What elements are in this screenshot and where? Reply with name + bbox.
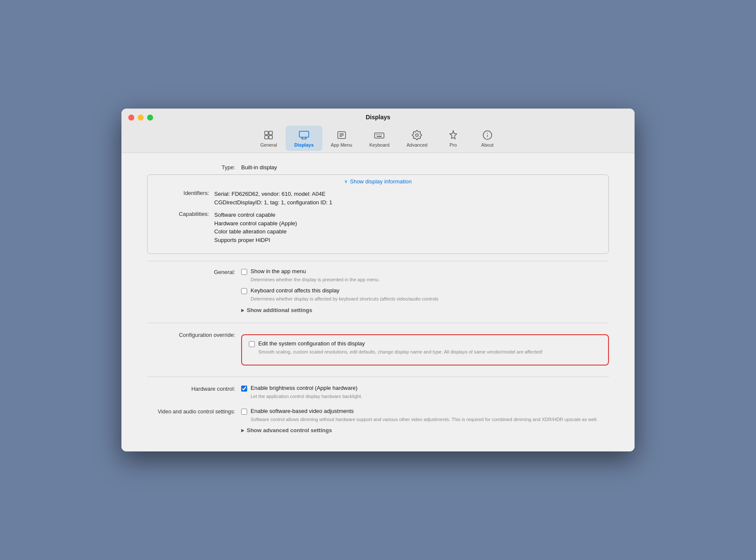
identifiers-value: Serial: FD626D62, vendor: 610, model: A0… — [214, 190, 332, 206]
tab-pro[interactable]: Pro — [436, 126, 470, 151]
titlebar: Displays General — [121, 109, 635, 153]
show-advanced-control-link[interactable]: ▶ Show advanced control settings — [241, 427, 609, 433]
capabilities-value: Software control capable Hardware contro… — [214, 211, 297, 244]
main-window: Displays General — [121, 109, 635, 451]
type-value: Built-in display — [241, 163, 277, 171]
capabilities-label: Capabilities: — [154, 211, 214, 244]
enable-software-video-checkbox[interactable] — [241, 409, 247, 415]
disclosure-title: Show display information — [350, 178, 412, 185]
keyboard-control-checkbox[interactable] — [241, 288, 247, 294]
divider-1 — [147, 261, 609, 261]
disclosure-chevron-icon: ∨ — [344, 179, 348, 184]
divider-3 — [147, 377, 609, 377]
show-additional-settings-link[interactable]: ▶ Show additional settings — [241, 307, 609, 313]
show-advanced-chevron-icon: ▶ — [241, 428, 245, 433]
hardware-control-row: Hardware control: Enable brightness cont… — [147, 385, 609, 404]
svg-rect-0 — [265, 131, 268, 135]
show-additional-chevron-icon: ▶ — [241, 308, 245, 312]
tab-about[interactable]: About — [470, 126, 505, 151]
displays-icon — [298, 129, 310, 141]
svg-rect-1 — [269, 131, 272, 135]
minimize-button[interactable] — [138, 115, 144, 121]
config-override-box: Edit the system configuration of this di… — [241, 334, 609, 365]
tab-advanced-label: Advanced — [407, 142, 428, 147]
show-in-app-menu-checkbox[interactable] — [241, 269, 247, 275]
tab-keyboard[interactable]: Keyboard — [361, 126, 398, 151]
toolbar: General Displays — [251, 126, 504, 153]
disclosure-box: ∨ Show display information Identifiers: … — [147, 174, 609, 254]
tab-about-label: About — [481, 142, 493, 147]
keyboard-control-label: Keyboard control affects this display — [251, 287, 340, 294]
identifiers-label: Identifiers: — [154, 190, 214, 206]
divider-2 — [147, 323, 609, 323]
keyboard-control-row: Keyboard control affects this display — [241, 287, 609, 294]
svg-rect-12 — [375, 133, 384, 138]
config-override-content: Edit the system configuration of this di… — [241, 331, 609, 369]
edit-system-config-label: Edit the system configuration of this di… — [258, 340, 365, 347]
config-override-row: Configuration override: Edit the system … — [147, 331, 609, 369]
enable-brightness-checkbox[interactable] — [241, 386, 247, 392]
enable-software-video-helper: Software control allows dimming without … — [251, 416, 609, 423]
tab-displays[interactable]: Displays — [286, 126, 322, 151]
edit-system-config-checkbox[interactable] — [249, 341, 255, 347]
window-controls — [128, 115, 153, 121]
identifiers-row: Identifiers: Serial: FD626D62, vendor: 6… — [154, 190, 602, 206]
close-button[interactable] — [128, 115, 134, 121]
svg-rect-3 — [269, 136, 272, 139]
tab-pro-label: Pro — [449, 142, 457, 147]
general-row: General: Show in the app menu Determines… — [147, 268, 609, 315]
tab-displays-label: Displays — [294, 142, 313, 147]
advanced-icon — [411, 129, 423, 141]
tab-general[interactable]: General — [251, 126, 286, 151]
type-row: Type: Built-in display — [147, 163, 609, 171]
enable-software-video-label: Enable software-based video adjustments — [251, 408, 354, 414]
config-override-label: Configuration override: — [147, 331, 241, 338]
type-label: Type: — [147, 163, 241, 171]
show-additional-settings-label: Show additional settings — [247, 307, 312, 313]
keyboard-icon — [373, 129, 385, 141]
general-label: General: — [147, 268, 241, 275]
tab-keyboard-label: Keyboard — [369, 142, 390, 147]
general-content: Show in the app menu Determines whether … — [241, 268, 609, 315]
svg-rect-2 — [265, 136, 268, 139]
edit-system-config-helper: Smooth scaling, custom scaled resolution… — [258, 349, 601, 355]
capabilities-row: Capabilities: Software control capable H… — [154, 211, 602, 244]
edit-system-config-row: Edit the system configuration of this di… — [249, 340, 601, 347]
general-icon — [263, 129, 275, 141]
svg-rect-4 — [299, 131, 309, 137]
show-advanced-control-label: Show advanced control settings — [247, 427, 332, 433]
main-content: Type: Built-in display ∨ Show display in… — [121, 153, 635, 451]
appmenu-icon — [336, 129, 348, 141]
hardware-control-content: Enable brightness control (Apple hardwar… — [241, 385, 609, 404]
tab-general-label: General — [260, 142, 277, 147]
enable-brightness-helper: Let the application control display hard… — [251, 393, 609, 400]
video-audio-row: Video and audio control settings: Enable… — [147, 408, 609, 435]
pro-icon — [447, 129, 459, 141]
disclosure-content: Identifiers: Serial: FD626D62, vendor: 6… — [148, 188, 608, 253]
disclosure-header[interactable]: ∨ Show display information — [148, 175, 608, 188]
show-in-app-menu-helper: Determines whether the display is presen… — [251, 277, 609, 283]
maximize-button[interactable] — [147, 115, 153, 121]
svg-point-18 — [416, 134, 418, 136]
keyboard-control-helper: Determines whether display is affected b… — [251, 296, 609, 302]
tab-appmenu-label: App Menu — [331, 142, 352, 147]
tab-appmenu[interactable]: App Menu — [322, 126, 361, 151]
enable-software-video-row: Enable software-based video adjustments — [241, 408, 609, 415]
window-title: Displays — [366, 114, 390, 121]
about-icon — [481, 129, 493, 141]
enable-brightness-row: Enable brightness control (Apple hardwar… — [241, 385, 609, 392]
tab-advanced[interactable]: Advanced — [398, 126, 436, 151]
video-audio-content: Enable software-based video adjustments … — [241, 408, 609, 435]
hardware-control-label: Hardware control: — [147, 385, 241, 392]
enable-brightness-label: Enable brightness control (Apple hardwar… — [251, 385, 357, 391]
video-audio-label: Video and audio control settings: — [147, 408, 241, 415]
show-in-app-menu-row: Show in the app menu — [241, 268, 609, 275]
show-in-app-menu-label: Show in the app menu — [251, 268, 306, 274]
